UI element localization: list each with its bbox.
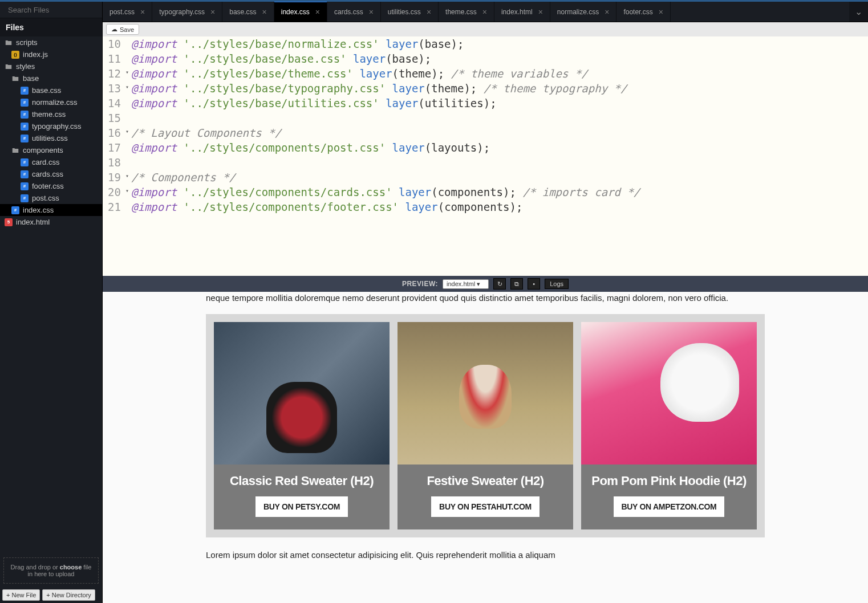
code-content: /* Layout Components */: [127, 125, 281, 140]
fold-icon[interactable]: ▾: [125, 187, 129, 195]
folder-item[interactable]: base: [0, 72, 102, 84]
preview-dot[interactable]: •: [528, 278, 540, 290]
fold-icon[interactable]: ▾: [125, 128, 129, 136]
preview-pane[interactable]: neque tempore mollitia doloremque nemo d…: [103, 292, 868, 603]
tab-label: index.html: [501, 8, 533, 16]
code-line[interactable]: 21@import '../styles/components/footer.c…: [103, 199, 868, 214]
tree-item-label: base.css: [32, 86, 61, 95]
file-item[interactable]: #footer.css: [0, 180, 102, 192]
close-icon[interactable]: ×: [538, 7, 543, 17]
preview-file-select[interactable]: index.html ▾: [443, 279, 489, 289]
code-line[interactable]: 18: [103, 155, 868, 170]
line-number: 16▾: [103, 125, 127, 140]
buy-button[interactable]: BUY ON PETSY.COM: [255, 496, 348, 517]
close-icon[interactable]: ×: [140, 7, 145, 17]
editor-tab[interactable]: normalize.css×: [550, 2, 617, 22]
folder-icon: [11, 146, 19, 154]
fold-icon[interactable]: ▾: [125, 83, 129, 91]
editor-tab[interactable]: post.css×: [103, 2, 152, 22]
file-item[interactable]: #utilities.css: [0, 132, 102, 144]
code-line[interactable]: 20▾@import '../styles/components/cards.c…: [103, 185, 868, 199]
code-content: @import '../styles/base/utilities.css' l…: [127, 96, 497, 111]
card-image: [581, 322, 757, 465]
close-icon[interactable]: ×: [210, 7, 215, 17]
code-line[interactable]: 16▾/* Layout Components */: [103, 125, 868, 140]
new-directory-button[interactable]: + New Directory: [42, 589, 95, 601]
file-item[interactable]: ()index.js: [0, 48, 102, 60]
tree-item-label: utilities.css: [32, 134, 68, 142]
buy-button[interactable]: BUY ON AMPETZON.COM: [614, 496, 725, 517]
save-button[interactable]: ☁ Save: [106, 24, 139, 35]
code-line[interactable]: 14@import '../styles/base/utilities.css'…: [103, 96, 868, 111]
code-line[interactable]: 15: [103, 111, 868, 125]
close-icon[interactable]: ×: [659, 7, 663, 17]
refresh-button[interactable]: ↻: [493, 278, 506, 290]
product-card: Classic Red Sweater (H2) BUY ON PETSY.CO…: [214, 322, 390, 529]
css-file-icon: #: [21, 194, 29, 202]
preview-paragraph: neque tempore mollitia doloremque nemo d…: [206, 292, 765, 305]
editor-tab[interactable]: cards.css×: [327, 2, 381, 22]
editor-tab[interactable]: footer.css×: [616, 2, 671, 22]
card-image: [398, 322, 573, 465]
code-line[interactable]: 17@import '../styles/components/post.css…: [103, 140, 868, 155]
close-icon[interactable]: ×: [315, 7, 320, 17]
close-icon[interactable]: ×: [369, 7, 374, 17]
file-item[interactable]: #theme.css: [0, 108, 102, 120]
logs-button[interactable]: Logs: [545, 279, 569, 289]
code-editor[interactable]: 10@import '../styles/base/normalize.css'…: [103, 36, 868, 276]
file-item[interactable]: #card.css: [0, 156, 102, 168]
fold-icon[interactable]: ▾: [125, 172, 129, 180]
fold-icon[interactable]: ▾: [125, 68, 129, 76]
code-line[interactable]: 11@import '../styles/base/base.css' laye…: [103, 51, 868, 66]
css-file-icon: #: [21, 111, 29, 119]
choose-link[interactable]: choose: [60, 564, 82, 571]
folder-item[interactable]: scripts: [0, 36, 102, 48]
file-item[interactable]: #index.css: [0, 204, 102, 216]
file-item[interactable]: 5index.html: [0, 216, 102, 228]
close-icon[interactable]: ×: [427, 7, 431, 17]
new-file-button[interactable]: + New File: [2, 589, 40, 601]
code-line[interactable]: 10@import '../styles/base/normalize.css'…: [103, 36, 868, 51]
editor-tab[interactable]: base.css×: [222, 2, 274, 22]
cloud-icon: ☁: [111, 26, 117, 33]
file-item[interactable]: #typography.css: [0, 120, 102, 132]
code-line[interactable]: 19▾/* Components */: [103, 170, 868, 185]
css-file-icon: #: [21, 87, 29, 95]
code-line[interactable]: 12▾@import '../styles/base/theme.css' la…: [103, 66, 868, 81]
code-content: @import '../styles/components/post.css' …: [127, 140, 490, 155]
css-file-icon: #: [21, 99, 29, 107]
editor-toolbar: ☁ Save: [103, 22, 868, 36]
tree-item-label: index.css: [23, 206, 54, 214]
search-input[interactable]: [8, 6, 104, 14]
folder-item[interactable]: components: [0, 144, 102, 156]
tree-item-label: typography.css: [32, 122, 81, 131]
tab-label: cards.css: [334, 8, 363, 16]
close-icon[interactable]: ×: [262, 7, 267, 17]
editor-tab[interactable]: index.css×: [274, 2, 327, 22]
code-line[interactable]: 13▾@import '../styles/base/typography.cs…: [103, 81, 868, 96]
file-tree: scripts()index.jsstylesbase#base.css#nor…: [0, 36, 102, 554]
editor-tab[interactable]: index.html×: [494, 2, 550, 22]
tree-item-label: cards.css: [32, 170, 63, 178]
tabs-overflow-button[interactable]: ⌄: [849, 2, 868, 22]
open-external-button[interactable]: ⧉: [510, 278, 523, 290]
code-content: @import '../styles/base/theme.css' layer…: [127, 66, 588, 81]
drop-zone[interactable]: Drag and drop or choose file in here to …: [3, 557, 99, 584]
close-icon[interactable]: ×: [605, 7, 609, 17]
file-item[interactable]: #post.css: [0, 192, 102, 204]
file-item[interactable]: #cards.css: [0, 168, 102, 180]
tree-item-label: components: [23, 146, 63, 154]
css-file-icon: #: [21, 170, 29, 178]
file-item[interactable]: #normalize.css: [0, 96, 102, 108]
buy-button[interactable]: BUY ON PESTAHUT.COM: [431, 496, 540, 517]
file-item[interactable]: #base.css: [0, 84, 102, 96]
editor-tab[interactable]: theme.css×: [439, 2, 494, 22]
editor-tab[interactable]: utilities.css×: [381, 2, 439, 22]
preview-label: PREVIEW:: [402, 280, 438, 288]
folder-item[interactable]: styles: [0, 60, 102, 72]
code-content: @import '../styles/base/typography.css' …: [127, 81, 627, 96]
tree-item-label: theme.css: [32, 110, 66, 119]
folder-icon: [11, 75, 19, 83]
editor-tab[interactable]: typography.css×: [152, 2, 222, 22]
close-icon[interactable]: ×: [482, 7, 487, 17]
